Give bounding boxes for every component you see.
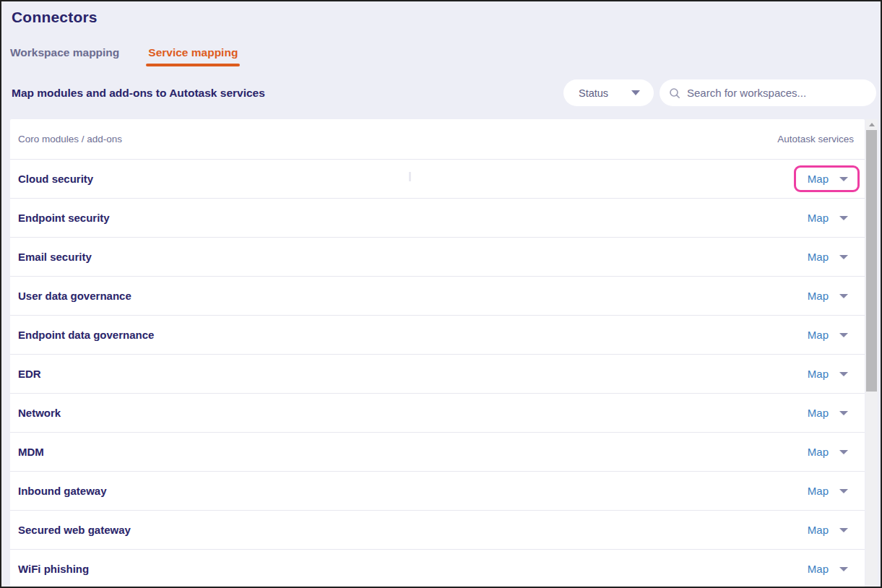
map-cell: Map [794,243,860,270]
module-label: Network [18,407,61,419]
chevron-down-icon[interactable] [839,411,848,415]
scrollbar-thumb[interactable] [866,130,877,392]
map-button[interactable]: Map [808,407,829,419]
table-row: Network Map [10,394,865,433]
module-label: Email security [18,251,92,263]
map-cell: Map [794,399,860,426]
module-label: Endpoint security [18,212,110,224]
search-icon [669,87,680,99]
tab-bar: Workspace mapping Service mapping [10,46,238,66]
tab-workspace-mapping[interactable]: Workspace mapping [10,46,119,66]
module-label: Secured web gateway [18,524,131,536]
table-row: User data governance Map [10,277,865,316]
chevron-down-icon[interactable] [839,567,848,571]
map-button[interactable]: Map [808,251,829,263]
table-row: Cloud security Map [10,160,865,199]
chevron-down-icon[interactable] [839,528,848,532]
map-button[interactable]: Map [808,290,829,302]
table-row: Endpoint data governance Map [10,316,865,355]
tab-service-mapping[interactable]: Service mapping [148,46,238,66]
chevron-down-icon[interactable] [839,177,848,181]
map-button[interactable]: Map [808,212,829,224]
chevron-down-icon [631,90,640,95]
map-cell: Map [794,204,860,231]
search-box[interactable] [660,79,876,106]
map-cell: Map [794,321,860,348]
map-cell: Map [794,516,860,543]
map-cell: Map [794,165,860,192]
chevron-down-icon[interactable] [839,489,848,493]
module-label: EDR [18,368,41,380]
search-input[interactable] [687,87,866,99]
map-button[interactable]: Map [808,329,829,341]
map-cell: Map [794,438,860,465]
table-row: EDR Map [10,355,865,394]
table-row: Inbound gateway Map [10,472,865,511]
table-header-row: Coro modules / add-ons Autotask services [10,119,865,160]
map-cell: Map [794,555,860,582]
map-button[interactable]: Map [808,524,829,536]
page-title: Connectors [12,9,98,26]
map-button[interactable]: Map [808,368,829,380]
table-row: Email security Map [10,238,865,277]
chevron-down-icon[interactable] [839,255,848,259]
module-label: WiFi phishing [18,563,89,575]
table-row: WiFi phishing Map [10,550,865,588]
table-row: Endpoint security Map [10,199,865,238]
column-header-coro-modules: Coro modules / add-ons [18,134,122,144]
table-row: MDM Map [10,433,865,472]
scroll-up-button[interactable] [865,119,878,130]
map-button[interactable]: Map [808,446,829,458]
map-cell: Map [794,360,860,387]
map-button[interactable]: Map [808,173,829,185]
map-cell: Map [794,282,860,309]
map-button[interactable]: Map [808,563,829,575]
module-label: User data governance [18,290,131,302]
map-cell: Map [794,477,860,504]
section-heading: Map modules and add-ons to Autotask serv… [12,87,265,100]
module-label: Inbound gateway [18,485,107,497]
text-cursor-artifact [409,172,411,181]
chevron-down-icon[interactable] [839,216,848,220]
module-label: Cloud security [18,173,93,185]
status-dropdown-label: Status [579,87,608,99]
scroll-up-arrow-icon [869,123,875,126]
column-header-autotask-services: Autotask services [777,134,854,144]
table-row: Secured web gateway Map [10,511,865,550]
tab-label: Workspace mapping [10,46,119,59]
chevron-down-icon[interactable] [839,450,848,454]
table-body: Cloud security Map Endpoint security Map… [10,160,865,588]
tab-label: Service mapping [148,46,238,59]
connectors-page: Connectors Workspace mapping Service map… [0,0,882,588]
status-dropdown[interactable]: Status [563,79,654,106]
chevron-down-icon[interactable] [839,372,848,376]
scrollbar[interactable] [865,119,878,588]
module-label: MDM [18,446,44,458]
chevron-down-icon[interactable] [839,294,848,298]
module-label: Endpoint data governance [18,329,154,341]
service-mapping-table: Coro modules / add-ons Autotask services… [10,119,865,588]
chevron-down-icon[interactable] [839,333,848,337]
map-button[interactable]: Map [808,485,829,497]
active-tab-underline [146,64,240,66]
